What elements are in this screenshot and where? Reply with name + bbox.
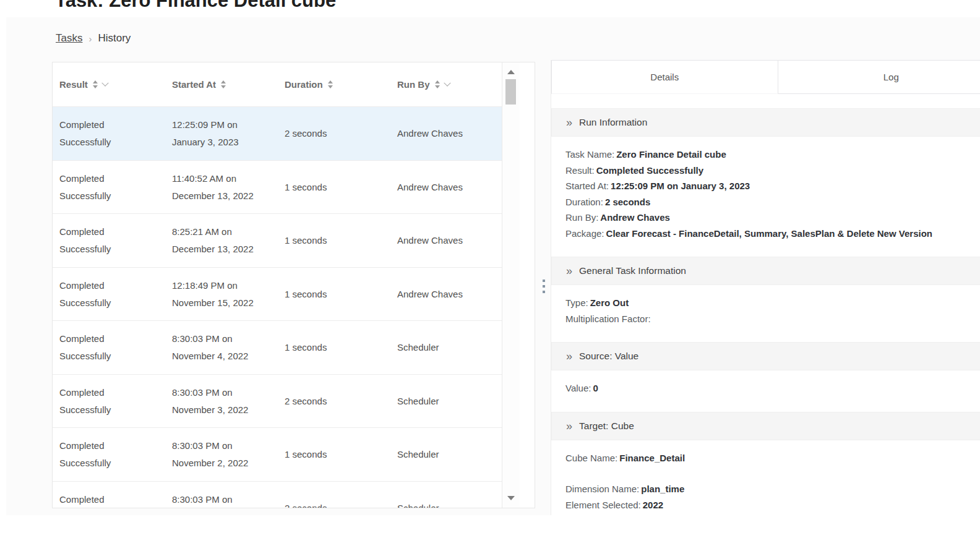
field-package: Package:Clear Forecast - FinanceDetail, …	[565, 226, 980, 242]
breadcrumb: Tasks › History	[56, 32, 131, 45]
field-label: Value:	[565, 383, 591, 393]
section-title: Run Information	[579, 117, 647, 128]
panel-resize-handle[interactable]	[543, 280, 545, 293]
page-title: Task: Zero Finance Detail cube	[55, 0, 336, 12]
field-value: 0	[593, 383, 598, 393]
run-by-cell: Andrew Chaves	[390, 161, 502, 214]
section-general-task-information: » General Task Information Type:Zero Out…	[551, 257, 980, 336]
started-at-cell: 8:30:03 PM on November 4, 2022	[165, 321, 278, 374]
table-row[interactable]: Completed Successfully 12:25:09 PM on Ja…	[53, 106, 502, 160]
run-by-cell: Scheduler	[390, 482, 502, 509]
column-menu-icon[interactable]	[101, 79, 108, 86]
result-cell: Completed Successfully	[53, 107, 165, 160]
scroll-up-icon[interactable]	[507, 70, 515, 74]
table-scrollbar[interactable]	[502, 62, 520, 508]
details-panel: Details Log » Run Information Task Name:…	[551, 60, 980, 515]
started-time: 8:30:03 PM on	[172, 384, 278, 401]
sort-icon[interactable]	[435, 80, 440, 88]
field-value: Value:0	[565, 380, 980, 396]
field-result: Result:Completed Successfully	[565, 163, 980, 179]
column-label: Run By	[397, 79, 430, 90]
field-label: Type:	[565, 297, 588, 308]
started-date: November 15, 2022	[172, 294, 278, 312]
breadcrumb-history: History	[98, 32, 131, 45]
run-by-cell: Scheduler	[390, 321, 502, 374]
result-cell: Completed Successfully	[53, 375, 165, 428]
sort-icon[interactable]	[93, 80, 98, 88]
section-header-source-value[interactable]: » Source: Value	[551, 342, 980, 370]
tab-log[interactable]: Log	[778, 60, 980, 94]
column-header-started-at[interactable]: Started At	[165, 62, 278, 106]
started-at-cell: 8:25:21 AM on December 13, 2022	[165, 214, 278, 267]
field-label: Element Selected:	[565, 500, 641, 510]
table-row[interactable]: Completed Successfully 8:30:03 PM on Nov…	[53, 320, 502, 374]
started-time: 8:30:03 PM on	[172, 491, 278, 508]
table-main: Result Started At Duration Run By Comple…	[53, 62, 502, 508]
scroll-down-icon[interactable]	[507, 496, 515, 500]
duration-cell: 2 seconds	[278, 375, 390, 428]
field-value: Finance_Detail	[619, 453, 685, 463]
started-at-cell: 12:25:09 PM on January 3, 2023	[165, 107, 278, 160]
field-started-at: Started At:12:25:09 PM on January 3, 202…	[565, 178, 980, 194]
double-chevron-icon: »	[566, 351, 572, 362]
scrollbar-thumb[interactable]	[505, 79, 516, 105]
field-element-selected: Element Selected:2022	[565, 497, 980, 513]
table-row[interactable]: Completed 8:30:03 PM on 2 seconds Schedu…	[53, 481, 502, 509]
field-label: Result:	[565, 165, 595, 176]
result-cell: Completed Successfully	[53, 268, 165, 321]
field-value: 2 seconds	[605, 197, 650, 207]
column-menu-icon[interactable]	[444, 79, 450, 86]
started-date: November 3, 2022	[172, 401, 278, 419]
column-label: Result	[59, 79, 88, 90]
field-run-by: Run By:Andrew Chaves	[565, 210, 980, 226]
section-title: Source: Value	[579, 351, 638, 362]
table-row[interactable]: Completed Successfully 8:30:03 PM on Nov…	[53, 374, 502, 428]
section-body: Value:0	[551, 370, 980, 406]
section-header-general-task-information[interactable]: » General Task Information	[551, 257, 980, 285]
double-chevron-icon: »	[566, 117, 572, 128]
started-time: 8:30:03 PM on	[172, 330, 278, 348]
started-date: December 13, 2022	[172, 241, 278, 258]
started-at-cell: 8:30:03 PM on	[165, 482, 278, 509]
started-date: November 4, 2022	[172, 348, 278, 365]
column-header-result[interactable]: Result	[53, 62, 165, 106]
details-sections: » Run Information Task Name:Zero Finance…	[551, 108, 980, 515]
double-chevron-icon: »	[566, 421, 572, 432]
duration-cell: 1 seconds	[278, 268, 390, 321]
tab-details[interactable]: Details	[551, 60, 778, 94]
field-value: Clear Forecast - FinanceDetail, Summary,…	[606, 228, 932, 239]
table-row[interactable]: Completed Successfully 11:40:52 AM on De…	[53, 160, 502, 214]
field-value: Andrew Chaves	[600, 212, 670, 223]
sort-icon[interactable]	[221, 80, 226, 88]
field-label: Run By:	[565, 212, 598, 223]
duration-cell: 1 seconds	[278, 428, 390, 481]
field-label: Dimension Name:	[565, 484, 639, 494]
result-cell: Completed Successfully	[53, 321, 165, 374]
run-by-cell: Andrew Chaves	[390, 107, 502, 160]
column-header-duration[interactable]: Duration	[278, 62, 390, 106]
started-time: 8:30:03 PM on	[172, 437, 278, 455]
section-header-target-cube[interactable]: » Target: Cube	[551, 412, 980, 440]
section-source-value: » Source: Value Value:0	[551, 342, 980, 406]
table-row[interactable]: Completed Successfully 12:18:49 PM on No…	[53, 267, 502, 321]
result-cell: Completed	[53, 482, 165, 509]
run-by-cell: Scheduler	[390, 375, 502, 428]
result-cell: Completed Successfully	[53, 214, 165, 267]
section-header-run-information[interactable]: » Run Information	[551, 108, 980, 137]
started-date: December 13, 2022	[172, 187, 278, 205]
section-body: Task Name:Zero Finance Detail cube Resul…	[551, 137, 980, 251]
field-duration: Duration:2 seconds	[565, 194, 980, 210]
sort-icon[interactable]	[328, 80, 333, 88]
details-tabbar: Details Log	[551, 60, 980, 94]
field-dimension-name: Dimension Name:plan_time	[565, 481, 980, 497]
table-row[interactable]: Completed Successfully 8:30:03 PM on Nov…	[53, 427, 502, 481]
duration-cell: 2 seconds	[278, 482, 390, 509]
field-multiplication-factor: Multiplication Factor:	[565, 311, 980, 327]
field-label: Duration:	[565, 197, 603, 207]
section-title: Target: Cube	[579, 421, 634, 432]
column-header-run-by[interactable]: Run By	[390, 62, 502, 106]
section-body: Type:Zero Out Multiplication Factor:	[551, 285, 980, 336]
result-cell: Completed Successfully	[53, 161, 165, 214]
breadcrumb-tasks-link[interactable]: Tasks	[56, 32, 82, 45]
table-row[interactable]: Completed Successfully 8:25:21 AM on Dec…	[53, 213, 502, 267]
